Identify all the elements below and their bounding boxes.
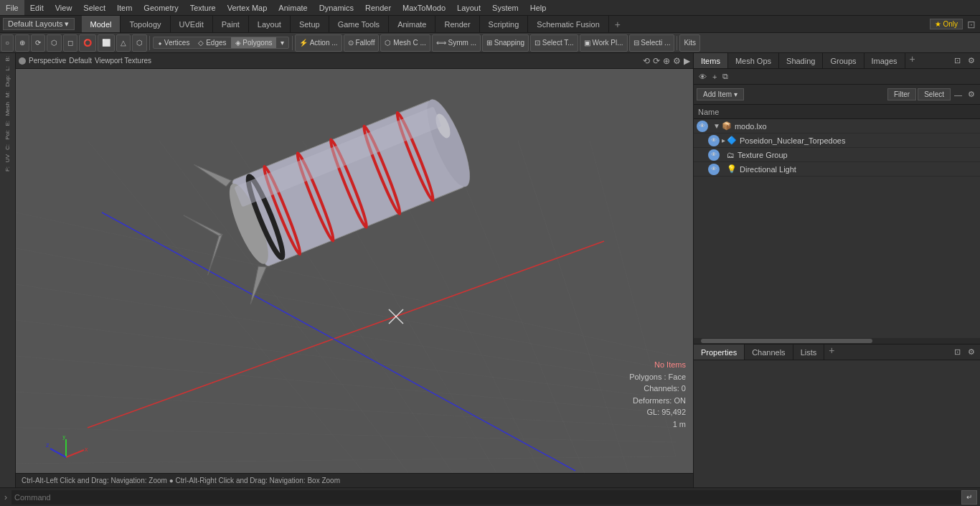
sidebar-label-b[interactable]: B: [4,55,11,63]
menu-animate[interactable]: Animate [273,0,313,15]
items-scroll-thumb[interactable] [701,339,872,343]
item-eye-icon[interactable]: 👁 [697,72,709,82]
item-row-poseidon[interactable]: 👁 ▸ 🔷 Poseidon_Nuclear_Torpedoes [694,133,980,148]
tab-shading[interactable]: Shading [779,53,823,68]
tab-items[interactable]: Items [694,53,728,68]
menu-dynamics[interactable]: Dynamics [314,0,359,15]
menu-system[interactable]: System [486,0,524,15]
viewport[interactable]: Perspective Default Viewport Textures ⟲ … [16,53,693,487]
viewport-refresh-icon[interactable]: ⟳ [653,56,660,66]
action-btn[interactable]: ⚡ Action ... [295,34,341,52]
command-submit-button[interactable]: ↵ [961,490,977,505]
item-arrow-modo[interactable]: ▼ [713,122,720,130]
maximize-button[interactable]: ⊡ [963,19,980,30]
props-settings-icon[interactable]: ⚙ [966,347,977,357]
kits-btn[interactable]: Kits [679,34,700,52]
items-scrollbar[interactable] [694,338,980,344]
viewport-default-label[interactable]: Default [69,57,92,65]
tab-lists[interactable]: Lists [793,345,825,360]
sidebar-label-uv[interactable]: UV [4,153,11,164]
item-row-modo[interactable]: 👁 ▼ 📦 modo.lxo [694,119,980,133]
vertices-btn[interactable]: ⬥ Vertices [154,37,194,48]
add-layout-button[interactable]: + [609,19,626,30]
tb-rotate-btn[interactable]: ⟳ [31,34,45,52]
item-clone-icon[interactable]: ⧉ [720,71,730,82]
tb-mode-btn[interactable]: ○ [1,34,14,52]
item-visibility-texture[interactable]: 👁 [708,149,720,161]
viewport-center-icon[interactable]: ⊕ [663,56,670,66]
falloff-btn[interactable]: ⊙ Falloff [344,34,380,52]
mesh-c-btn[interactable]: ⬡ Mesh C ... [380,34,430,52]
sidebar-label-dup[interactable]: Dup: [4,73,11,88]
item-add-icon[interactable]: + [710,72,719,82]
layout-tab-topology[interactable]: Topology [121,16,170,32]
filter-button[interactable]: Filter [887,88,916,100]
sidebar-label-f[interactable]: F: [4,165,11,173]
tab-channels[interactable]: Channels [745,345,793,360]
menu-view[interactable]: View [50,0,78,15]
component-mode-btn[interactable]: ▾ [276,37,288,48]
sidebar-label-m[interactable]: M: [4,90,11,99]
tb-square-btn[interactable]: ◻ [63,34,77,52]
menu-vertex-map[interactable]: Vertex Map [222,0,273,15]
menu-geometry[interactable]: Geometry [138,0,184,15]
tb-circle2-btn[interactable]: ⭕ [79,34,96,52]
item-arrow-poseidon[interactable]: ▸ [722,136,725,144]
menu-file[interactable]: File [0,0,24,15]
layout-tab-animate[interactable]: Animate [389,16,435,32]
selecti-btn[interactable]: ⊟ Selecti ... [629,34,675,52]
item-visibility-modo[interactable]: 👁 [697,121,708,132]
sidebar-label-mesh[interactable]: Mesh [4,100,11,118]
star-only-button[interactable]: ★ Only [930,19,963,29]
default-layouts-dropdown[interactable]: Default Layouts ▾ [3,18,75,30]
menu-layout[interactable]: Layout [451,0,486,15]
tb-tri-btn[interactable]: △ [116,34,131,52]
command-input[interactable] [11,490,961,505]
layout-tab-paint[interactable]: Paint [213,16,249,32]
layout-tab-uvedit[interactable]: UVEdit [171,16,213,32]
item-row-texture-group[interactable]: 👁 ▸ 🗂 Texture Group [694,148,980,162]
item-visibility-poseidon[interactable]: 👁 [708,135,720,146]
tab-images[interactable]: Images [864,53,905,68]
layout-tab-layout[interactable]: Layout [249,16,291,32]
work-pl-btn[interactable]: ▣ Work Pl... [580,34,628,52]
tb-hex-btn[interactable]: ⬡ [47,34,62,52]
edges-btn[interactable]: ◇ Edges [194,37,230,48]
viewport-dot[interactable] [19,57,26,65]
items-settings-icon[interactable]: ⚙ [966,89,977,100]
layout-tab-game-tools[interactable]: Game Tools [329,16,390,32]
layout-tab-scripting[interactable]: Scripting [480,16,529,32]
items-minus-icon[interactable]: — [952,90,964,100]
menu-item[interactable]: Item [111,0,138,15]
sidebar-label-c[interactable]: C: [4,143,11,151]
menu-texture[interactable]: Texture [184,0,222,15]
layout-tab-render[interactable]: Render [435,16,479,32]
panel-settings-icon[interactable]: ⚙ [966,55,977,66]
viewport-play-icon[interactable]: ▶ [684,56,690,66]
sidebar-label-l[interactable]: L: [4,65,11,72]
tb-origin-btn[interactable]: ⊕ [15,34,29,52]
menu-edit[interactable]: Edit [24,0,50,15]
item-visibility-light[interactable]: 👁 [708,164,720,175]
tab-properties[interactable]: Properties [694,345,745,360]
menu-help[interactable]: Help [524,0,552,15]
viewport-textures-label[interactable]: Viewport Textures [95,57,151,65]
menu-select[interactable]: Select [77,0,111,15]
add-item-button[interactable]: Add Item ▾ [697,88,744,100]
select-t-btn[interactable]: ⊡ Select T... [530,34,578,52]
add-props-tab-button[interactable]: + [824,345,839,360]
tb-poly-btn[interactable]: ⬡ [132,34,147,52]
layout-tab-schematic[interactable]: Schematic Fusion [528,16,608,32]
viewport-canvas[interactable]: No Items Polygons : Face Channels: 0 Def… [16,69,693,487]
menu-maxtomodo[interactable]: MaxToModo [397,0,451,15]
layout-tab-model[interactable]: Model [82,16,121,32]
panel-expand-icon[interactable]: ⊡ [952,55,963,66]
item-row-dir-light[interactable]: 👁 ▸ 💡 Directional Light [694,162,980,177]
tab-mesh-ops[interactable]: Mesh Ops [728,53,779,68]
viewport-reset-icon[interactable]: ⟲ [643,56,650,66]
select-items-button[interactable]: Select [918,88,951,100]
tb-rect-btn[interactable]: ⬜ [98,34,115,52]
command-arrow-icon[interactable]: › [0,492,11,502]
viewport-settings-icon[interactable]: ⚙ [673,56,681,66]
symm-btn[interactable]: ⟺ Symm ... [432,34,481,52]
